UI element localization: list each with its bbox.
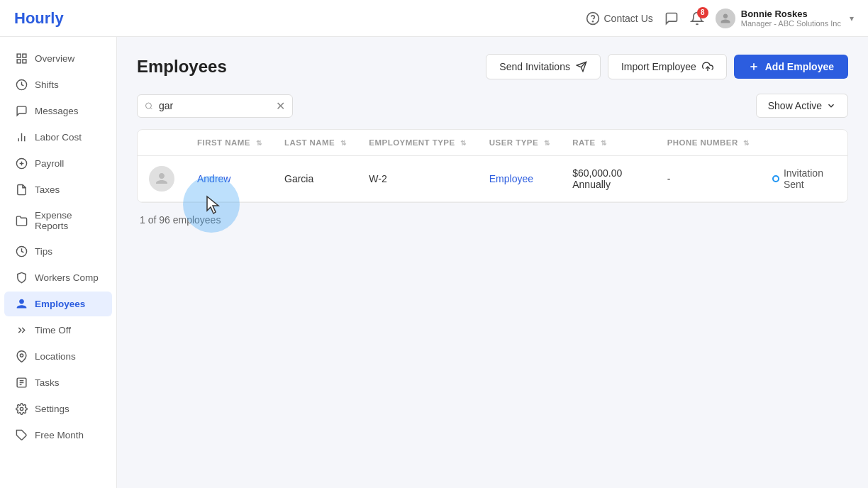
location-icon [16, 350, 28, 362]
question-icon [586, 11, 600, 26]
search-input[interactable] [159, 100, 270, 111]
shield-icon [16, 272, 28, 284]
sidebar-item-label: Shifts [35, 79, 59, 90]
show-active-button[interactable]: Show Active [756, 94, 848, 118]
sidebar-item-label: Payroll [35, 158, 64, 169]
sidebar-item-messages[interactable]: Messages [4, 99, 112, 123]
sidebar-item-label: Labor Cost [35, 132, 82, 143]
avatar [716, 9, 735, 28]
sidebar-item-label: Taxes [35, 184, 60, 195]
sort-phone-icon: ⇅ [743, 139, 749, 147]
svg-rect-2 [17, 54, 21, 57]
tip-icon [16, 245, 28, 257]
svg-point-13 [20, 354, 23, 357]
add-employee-label: Add Employee [765, 61, 834, 72]
chevron-down-icon: ▾ [850, 13, 854, 23]
send-invitations-label: Send Invitations [499, 61, 570, 72]
messages-button[interactable] [664, 11, 679, 26]
col-user-type[interactable]: User Type ⇅ [478, 130, 561, 156]
person-icon [16, 298, 28, 310]
table-row[interactable]: Andrew Garcia W-2 Employee $60,000.00 An… [138, 156, 847, 202]
sidebar-item-labor-cost[interactable]: Labor Cost [4, 125, 112, 150]
sidebar-item-taxes[interactable]: Taxes [4, 177, 112, 202]
invitation-dot-icon [772, 175, 779, 182]
employee-rate: $60,000.00 Annually [561, 156, 655, 202]
sidebar-item-label: Messages [35, 106, 79, 116]
search-clear-button[interactable]: ✕ [276, 99, 285, 113]
sidebar-item-label: Workers Comp [35, 272, 99, 283]
sidebar-item-overview[interactable]: Overview [4, 46, 112, 71]
message-icon [16, 105, 28, 117]
sidebar-item-shifts[interactable]: Shifts [4, 72, 112, 97]
sort-first-name-icon: ⇅ [256, 139, 262, 147]
page-header: Employees Send Invitations Import Employ… [137, 54, 848, 79]
clock-icon [16, 79, 28, 91]
notification-wrapper: 8 [690, 11, 704, 26]
sidebar-item-label: Free Month [35, 430, 84, 440]
plus-icon [748, 61, 760, 72]
employee-last-name: Garcia [273, 156, 357, 202]
time-off-icon [16, 324, 28, 336]
add-employee-button[interactable]: Add Employee [734, 55, 848, 79]
app-logo: Hourly [14, 9, 64, 28]
user-name: Bonnie Roskes [741, 9, 841, 19]
svg-point-25 [145, 103, 151, 109]
import-employee-label: Import Employee [621, 61, 696, 72]
col-first-name[interactable]: First Name ⇅ [186, 130, 273, 156]
grid-icon [16, 52, 28, 65]
file-icon [16, 184, 28, 196]
svg-rect-3 [23, 54, 26, 57]
notification-badge: 8 [697, 7, 708, 18]
chat-icon [664, 11, 679, 26]
chevron-down-icon [826, 101, 836, 111]
sidebar-item-label: Expense Reports [35, 210, 101, 231]
contact-us-label: Contact Us [604, 13, 653, 24]
search-box: ✕ [137, 94, 293, 118]
sidebar-item-label: Overview [35, 53, 74, 64]
sidebar-item-tips[interactable]: Tips [4, 239, 112, 264]
folder-icon [16, 215, 28, 227]
sidebar-item-expense-reports[interactable]: Expense Reports [4, 204, 112, 238]
sidebar-item-time-off[interactable]: Time Off [4, 318, 112, 343]
user-details: Bonnie Roskes Manager - ABC Solutions In… [741, 9, 841, 28]
header-actions: Send Invitations Import Employee Add Emp… [486, 54, 848, 79]
sidebar-item-tasks[interactable]: Tasks [4, 370, 112, 395]
sidebar-item-label: Employees [35, 299, 85, 309]
sidebar-item-locations[interactable]: Locations [4, 344, 112, 369]
employee-avatar-cell [138, 156, 186, 202]
col-last-name[interactable]: Last Name ⇅ [273, 130, 357, 156]
user-info[interactable]: Bonnie Roskes Manager - ABC Solutions In… [716, 9, 854, 28]
sidebar-item-free-month[interactable]: Free Month [4, 423, 112, 448]
contact-us-button[interactable]: Contact Us [586, 11, 653, 26]
sidebar-item-employees[interactable]: Employees [4, 292, 112, 316]
search-icon [145, 101, 153, 111]
svg-rect-4 [17, 60, 21, 63]
sidebar-item-label: Time Off [35, 325, 71, 336]
pagination: 1 of 96 employees [137, 214, 848, 226]
employee-first-name: Andrew [186, 156, 273, 202]
send-invitations-button[interactable]: Send Invitations [486, 54, 601, 79]
col-status [761, 130, 847, 156]
toolbar: ✕ Show Active [137, 94, 848, 118]
settings-icon [16, 403, 28, 415]
col-phone-number[interactable]: Phone Number ⇅ [656, 130, 761, 156]
sidebar-item-settings[interactable]: Settings [4, 396, 112, 421]
employee-phone: - [656, 156, 761, 202]
send-icon [576, 61, 587, 72]
sidebar-item-workers-comp[interactable]: Workers Comp [4, 265, 112, 290]
sort-employment-type-icon: ⇅ [460, 139, 466, 147]
sort-rate-icon: ⇅ [601, 139, 606, 147]
sidebar-item-payroll[interactable]: Payroll [4, 151, 112, 176]
employee-user-type: Employee [478, 156, 561, 202]
sidebar: Overview Shifts Messages Labor Cost Payr… [0, 37, 117, 488]
invitation-sent-badge: Invitation Sent [772, 167, 836, 190]
bar-chart-icon [16, 131, 28, 143]
col-employment-type[interactable]: Employment Type ⇅ [357, 130, 477, 156]
show-active-label: Show Active [768, 100, 822, 111]
import-employee-button[interactable]: Import Employee [608, 54, 727, 79]
dollar-icon [16, 157, 28, 170]
employee-status: Invitation Sent [761, 156, 847, 202]
col-rate[interactable]: Rate ⇅ [561, 130, 655, 156]
sidebar-item-label: Tasks [35, 377, 60, 388]
pagination-text: 1 of 96 employees [140, 214, 221, 226]
